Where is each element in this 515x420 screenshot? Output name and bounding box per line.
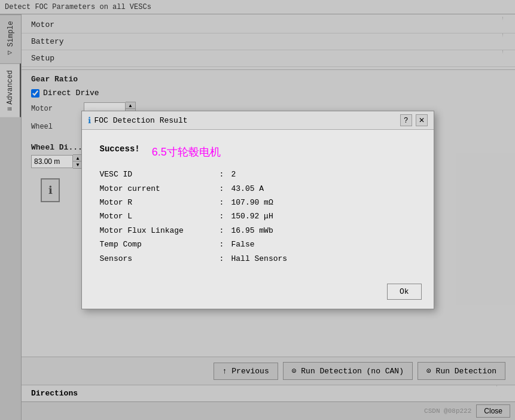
data-row-motor-current: Motor current : 43.05 A — [100, 182, 416, 196]
foc-detection-modal: ℹ FOC Detection Result ? ✕ Success! 6.5寸… — [81, 111, 434, 309]
chinese-annotation: 6.5寸轮毂电机 — [152, 142, 221, 162]
modal-overlay: ℹ FOC Detection Result ? ✕ Success! 6.5寸… — [0, 0, 515, 420]
modal-title-text: FOC Detection Result — [95, 116, 188, 125]
modal-info-icon: ℹ — [88, 115, 91, 126]
modal-titlebar-btns: ? ✕ — [400, 114, 428, 126]
modal-titlebar: ℹ FOC Detection Result ? ✕ — [82, 111, 434, 130]
modal-ok-button[interactable]: Ok — [387, 284, 422, 300]
data-row-sensors: Sensors : Hall Sensors — [100, 252, 416, 266]
data-row-motor-l: Motor L : 150.92 μH — [100, 209, 416, 223]
modal-footer: Ok — [82, 278, 434, 309]
data-row-temp-comp: Temp Comp : False — [100, 238, 416, 251]
modal-close-button[interactable]: ✕ — [416, 114, 428, 126]
modal-help-button[interactable]: ? — [400, 114, 412, 126]
modal-body: Success! 6.5寸轮毂电机 VESC ID : 2 Motor curr… — [82, 130, 434, 278]
detection-data: VESC ID : 2 Motor current : 43.05 A Moto… — [100, 168, 416, 266]
modal-title-left: ℹ FOC Detection Result — [88, 115, 188, 126]
success-row: Success! 6.5寸轮毂电机 — [100, 142, 416, 163]
data-row-motor-r: Motor R : 107.90 mΩ — [100, 196, 416, 209]
data-row-vesc-id: VESC ID : 2 — [100, 168, 416, 181]
success-text: Success! — [100, 142, 140, 157]
data-row-flux-linkage: Motor Flux Linkage : 16.95 mWb — [100, 224, 416, 238]
